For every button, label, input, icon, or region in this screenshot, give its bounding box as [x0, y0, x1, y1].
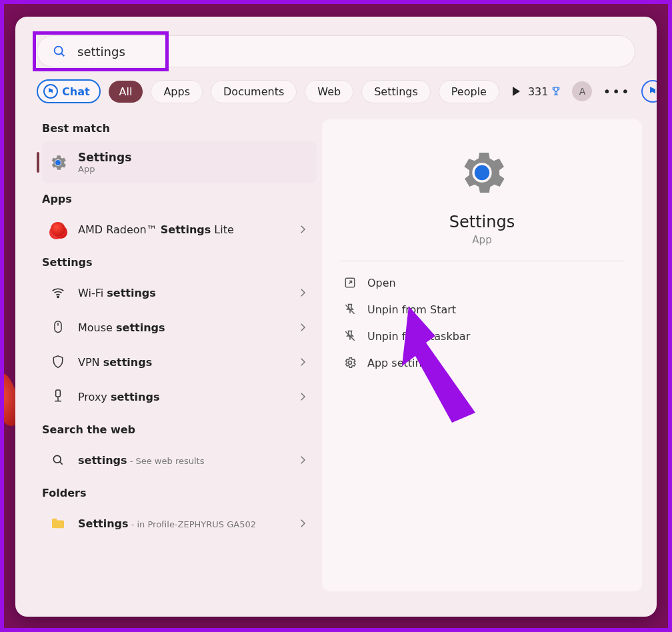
chevron-right-icon [297, 356, 309, 368]
svg-line-10 [60, 462, 63, 465]
mouse-icon [47, 317, 69, 338]
more-menu-icon[interactable]: ••• [603, 83, 630, 99]
filter-apps[interactable]: Apps [151, 80, 203, 103]
folder-icon [47, 513, 69, 534]
action-label: App settings [367, 357, 434, 369]
list-item-label: Mouse settings [78, 321, 297, 334]
gear-icon [343, 356, 357, 369]
best-match-title: Settings [78, 151, 309, 164]
result-proxy-settings[interactable]: Proxy settings [42, 379, 317, 414]
detail-sub: App [472, 234, 491, 246]
chevron-right-icon [297, 223, 309, 235]
result-folder-settings[interactable]: Settings - in Profile-ZEPHYRUS GA502 [42, 506, 317, 541]
filter-people[interactable]: People [439, 80, 499, 103]
chevron-right-icon [297, 454, 309, 466]
detail-title: Settings [449, 213, 515, 231]
detail-panel: Settings App Open Unpin from Start Unpin… [322, 119, 642, 591]
svg-point-0 [55, 47, 63, 55]
list-item-label: AMD Radeon™ Settings Lite [78, 223, 297, 236]
best-match-sub: App [78, 164, 309, 174]
action-unpin-start[interactable]: Unpin from Start [339, 296, 625, 323]
gear-icon [454, 145, 510, 201]
best-match-settings[interactable]: Settings App [42, 141, 317, 183]
filter-web[interactable]: Web [305, 80, 353, 103]
more-filters-arrow-icon[interactable] [513, 87, 520, 96]
filter-documents[interactable]: Documents [211, 80, 297, 103]
bing-button[interactable] [641, 80, 657, 103]
svg-point-9 [53, 455, 61, 463]
web-label: Search the web [42, 423, 317, 436]
svg-rect-6 [56, 390, 61, 397]
action-label: Unpin from Start [367, 303, 456, 316]
results-column: Best match Settings App Apps AMD Radeon™… [15, 113, 322, 606]
filter-chat-label: Chat [62, 85, 90, 98]
chevron-right-icon [297, 287, 309, 299]
action-label: Unpin from taskbar [367, 330, 470, 343]
svg-point-2 [55, 160, 61, 165]
trophy-icon [551, 86, 561, 97]
search-bar[interactable] [37, 35, 635, 67]
chevron-right-icon [297, 321, 309, 333]
filter-settings[interactable]: Settings [361, 80, 431, 103]
settings-label: Settings [42, 256, 317, 269]
result-mouse-settings[interactable]: Mouse settings [42, 310, 317, 345]
gear-icon [47, 152, 69, 173]
chevron-right-icon [297, 391, 309, 403]
action-label: Open [367, 277, 396, 289]
list-item-label: settings - See web results [78, 454, 297, 467]
svg-point-3 [57, 296, 59, 297]
svg-line-1 [61, 53, 64, 56]
bing-chat-icon [43, 84, 58, 99]
open-icon [343, 276, 357, 289]
shield-icon [47, 351, 69, 373]
unpin-icon [343, 329, 357, 343]
filter-all[interactable]: All [109, 81, 143, 103]
wifi-icon [47, 282, 69, 303]
chevron-right-icon [297, 517, 309, 529]
result-web-search[interactable]: settings - See web results [42, 443, 317, 477]
list-item-label: Proxy settings [78, 391, 297, 403]
action-unpin-taskbar[interactable]: Unpin from taskbar [339, 323, 625, 349]
result-amd-radeon-settings[interactable]: AMD Radeon™ Settings Lite [42, 212, 317, 247]
rewards-points[interactable]: 331 [528, 85, 562, 98]
svg-point-11 [475, 165, 489, 180]
windows-search-panel: Chat All Apps Documents Web Settings Peo… [15, 17, 657, 617]
user-avatar[interactable]: A [572, 81, 592, 101]
list-item-label: Wi-Fi settings [78, 287, 297, 299]
action-open[interactable]: Open [339, 269, 625, 296]
folders-label: Folders [42, 487, 317, 499]
search-icon [52, 44, 67, 59]
best-match-label: Best match [42, 122, 317, 135]
unpin-icon [343, 303, 357, 316]
result-vpn-settings[interactable]: VPN settings [42, 345, 317, 379]
divider [339, 261, 625, 261]
svg-point-15 [349, 361, 352, 365]
search-input[interactable] [76, 44, 620, 59]
apps-label: Apps [42, 193, 317, 205]
bing-icon [647, 86, 657, 97]
filter-chat[interactable]: Chat [37, 79, 101, 103]
result-wifi-settings[interactable]: Wi-Fi settings [42, 275, 317, 310]
search-icon [47, 449, 69, 471]
list-item-label: VPN settings [78, 356, 297, 369]
filter-row: Chat All Apps Documents Web Settings Peo… [37, 79, 635, 103]
amd-icon [51, 222, 65, 237]
list-item-label: Settings - in Profile-ZEPHYRUS GA502 [78, 517, 297, 530]
proxy-icon [47, 386, 69, 407]
action-app-settings[interactable]: App settings [339, 349, 625, 376]
